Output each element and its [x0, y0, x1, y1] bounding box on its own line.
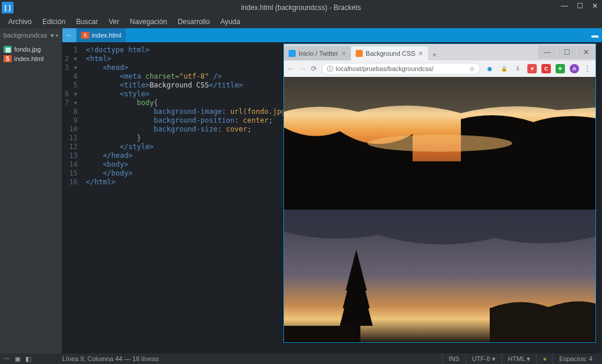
star-icon[interactable]: ☆: [469, 65, 475, 73]
lock-icon[interactable]: 🔒: [499, 64, 509, 73]
project-name: backgroundcss: [4, 32, 47, 39]
svg-rect-2: [284, 161, 596, 210]
cursor-position[interactable]: Línea 9, Columna 44 — 18 líneas: [62, 355, 159, 362]
reload-icon[interactable]: ⟳: [311, 65, 317, 73]
pocket-icon[interactable]: ▾: [527, 64, 537, 73]
browser-close-button[interactable]: ✕: [577, 46, 596, 59]
tab-index-html[interactable]: 5 index.html: [76, 28, 126, 42]
split-view-icon[interactable]: ◧: [25, 355, 31, 363]
avatar[interactable]: A: [570, 64, 579, 73]
menu-archivo[interactable]: Archivo: [4, 16, 36, 27]
language-selector[interactable]: HTML ▾: [501, 353, 537, 364]
menu-edicion[interactable]: Edición: [38, 16, 70, 27]
close-button[interactable]: ✕: [590, 1, 600, 11]
tab-strip: ← 5 index.html ▬: [62, 28, 602, 42]
browser-tab-page[interactable]: Background CSS ✕: [351, 46, 428, 60]
tab-label: index.html: [92, 32, 121, 39]
html-icon: 5: [4, 55, 12, 62]
ext-c-icon[interactable]: C: [541, 64, 551, 73]
back-icon[interactable]: ←: [287, 65, 295, 73]
extensions-icon[interactable]: ▣: [15, 355, 21, 363]
menu-buscar[interactable]: Buscar: [71, 16, 102, 27]
minimize-button[interactable]: —: [560, 1, 569, 11]
work-area: ← 5 index.html ▬ 1 2 ▾ 3 ▾ 4 5 6 ▾ 7 ▾ 8…: [62, 28, 602, 353]
project-header[interactable]: backgroundcss ▾ ▪: [0, 28, 62, 42]
status-bar: 〰 ▣ ◧ Línea 9, Columna 44 — 18 líneas IN…: [0, 353, 602, 364]
browser-tab-twitter[interactable]: Inicio / Twitter ✕: [284, 46, 351, 60]
download-icon[interactable]: ⇩: [513, 64, 523, 73]
app-logo: [ ]: [2, 2, 14, 14]
info-icon: ⓘ: [327, 65, 333, 73]
file-label: index.html: [14, 55, 44, 62]
title-bar: [ ] index.html (backgroundcss) - Bracket…: [0, 0, 602, 15]
bg-image-top: [284, 77, 596, 210]
file-index[interactable]: 5 index.html: [0, 54, 62, 63]
menu-desarrollo[interactable]: Desarrollo: [173, 16, 215, 27]
browser-minimize-button[interactable]: —: [538, 46, 557, 59]
chevron-down-icon: ▾ ▪: [51, 32, 58, 39]
gutter: 1 2 ▾ 3 ▾ 4 5 6 ▾ 7 ▾ 8 9 10 11 12 13 14…: [62, 42, 82, 353]
url-input[interactable]: ⓘ localhost/pruebas/backgroundcss/ ☆: [322, 63, 480, 75]
live-preview-icon[interactable]: 〰: [4, 355, 10, 363]
svg-point-1: [367, 135, 513, 152]
ext-icon[interactable]: ◉: [485, 64, 494, 73]
tab-label: Background CSS: [366, 50, 415, 57]
indent-selector[interactable]: Espacios: 4: [553, 353, 598, 364]
new-tab-button[interactable]: ＋: [428, 49, 441, 60]
address-bar: ← → ⟳ ⓘ localhost/pruebas/backgroundcss/…: [284, 60, 596, 77]
file-fondo[interactable]: ▧ fondo.jpg: [0, 45, 62, 54]
lint-indicator[interactable]: ●: [536, 353, 553, 364]
menu-ver[interactable]: Ver: [104, 16, 124, 27]
code-content[interactable]: <!doctype html> <html> <head> <meta char…: [82, 42, 294, 353]
page-content: [284, 77, 596, 342]
html-icon: 5: [81, 32, 89, 39]
close-icon[interactable]: ✕: [341, 50, 346, 58]
sidebar: backgroundcss ▾ ▪ ▧ fondo.jpg 5 index.ht…: [0, 28, 62, 353]
image-icon: ▧: [4, 46, 12, 53]
url-text: localhost/pruebas/backgroundcss/: [336, 65, 433, 72]
xampp-icon: [356, 50, 363, 57]
browser-maximize-button[interactable]: ☐: [557, 46, 576, 59]
menu-navegacion[interactable]: Navegación: [125, 16, 172, 27]
close-icon[interactable]: ✕: [418, 50, 423, 58]
maximize-button[interactable]: ☐: [575, 1, 584, 11]
pane-collapse-button[interactable]: ▬: [591, 31, 598, 39]
tab-label: Inicio / Twitter: [299, 50, 338, 57]
browser-tab-strip: Inicio / Twitter ✕ Background CSS ✕ ＋ — …: [284, 44, 596, 60]
twitter-icon: [289, 50, 296, 57]
file-label: fondo.jpg: [14, 46, 41, 53]
menu-ayuda[interactable]: Ayuda: [216, 16, 245, 27]
bg-image-bottom: [284, 210, 596, 342]
forward-icon[interactable]: →: [299, 65, 306, 73]
menu-icon[interactable]: ⋮: [584, 65, 591, 73]
overwrite-mode[interactable]: INS: [442, 353, 465, 364]
menu-bar: Archivo Edición Buscar Ver Navegación De…: [0, 15, 602, 28]
encoding-selector[interactable]: UTF-8 ▾: [466, 353, 501, 364]
back-arrow-button[interactable]: ←: [62, 28, 76, 42]
live-preview-pane: Inicio / Twitter ✕ Background CSS ✕ ＋ — …: [283, 43, 596, 343]
ext-g-icon[interactable]: ✦: [556, 64, 565, 73]
window-title: index.html (backgroundcss) - Brackets: [0, 4, 602, 12]
